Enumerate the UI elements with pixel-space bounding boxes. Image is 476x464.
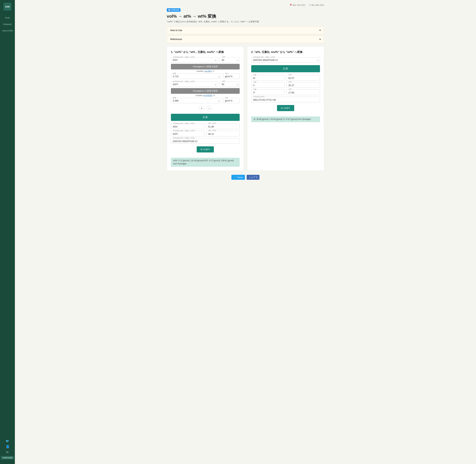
right-composition-clear[interactable]: × — [317, 59, 318, 62]
left-calc-button[interactable]: 計算 — [171, 114, 240, 121]
left-panel: 1. "vol%" から "at% , 元素比, mol%" へ変換 化学組成 … — [167, 46, 244, 171]
calendar-icon: 📅 — [290, 4, 292, 6]
sidebar-social: 🐦 📘 ✉ LANGUAGE — [1, 439, 14, 461]
entry1-composition-field: 化学組成 (at%, 元素比, mol%) × — [171, 57, 218, 62]
wt3-value: 17.66 — [288, 91, 318, 94]
element2-label: 元素 — [253, 81, 257, 83]
element3-label: 元素 — [253, 88, 257, 91]
category-badge: 📖 基礎知識 — [167, 8, 181, 12]
entry2-mpid-anchor[interactable]: mp-542915 — [203, 94, 213, 97]
accordion-header-references[interactable]: References ▾ — [167, 36, 324, 43]
result1-composition-label: 化学組成 (at%, 元素比, mol%) — [172, 122, 195, 125]
created-date: 📅 Mar 14th 2021 — [290, 4, 305, 6]
right-composition-label: 化学組成 (at%, 元素比, mol%) — [253, 56, 276, 58]
accordion-how-to-use[interactable]: How to Use ▾ — [167, 27, 324, 34]
sidebar-item-datasets[interactable]: Datasets — [0, 21, 15, 28]
entry1-unit-input[interactable] — [225, 75, 234, 78]
right-panel: 2. "at%, 元素比, mol%" から "wt%" へ変換 化学組成 (a… — [247, 46, 324, 171]
entry2-composition-clear[interactable]: × — [215, 83, 216, 86]
entry1-unit-label: 単位 — [225, 72, 229, 75]
entry2-unit-input[interactable] — [225, 99, 234, 102]
wt2-field: wt% 20.27 — [286, 82, 320, 88]
sidebar-nav: Tools Datasets About E4M — [0, 15, 15, 34]
copy-icon-2: ⧉ — [281, 107, 283, 109]
entry1-composition-clear[interactable]: × — [215, 59, 216, 62]
left-info-bar: Al3V: 3.72 [g/cm3], 131.89 [g/mol] Al3Ti… — [171, 158, 240, 167]
entry2-density-row: 密度 × 単位 — [171, 98, 240, 103]
two-column-layout: 1. "vol%" から "at% , 元素比, mol%" へ変換 化学組成 … — [167, 46, 324, 171]
entry2-density-clear[interactable]: × — [218, 100, 220, 103]
element1-value: Al — [253, 76, 283, 79]
result1-row: 化学組成 (at%, 元素比, mol%) Al3V at%, mol% 51.… — [171, 124, 240, 129]
element1-label: 元素 — [253, 74, 257, 76]
entry2-density-btn[interactable]: Pymatgenから密度を取得 — [171, 88, 240, 94]
copy-icon: ⧉ — [201, 148, 202, 151]
result1-at-value: 51.88 — [208, 125, 238, 128]
entry1-density-input[interactable] — [173, 75, 215, 78]
entry2-mpid-link: (mpidlist: mp-542915 ↗) — [171, 94, 240, 97]
right-info-bar: Al: 26.98 [g/mol] V: 50.94 [g/mol] Ti: 4… — [251, 116, 320, 122]
result2-at-label: at%, mol% — [208, 130, 217, 131]
language-button[interactable]: LANGUAGE — [1, 456, 14, 459]
facebook-icon[interactable]: 📘 — [6, 445, 9, 448]
facebook-share-button[interactable]: シェア 0 — [247, 175, 259, 180]
wt1-value: 62.07 — [288, 76, 318, 79]
right-composition-input[interactable] — [253, 59, 313, 61]
entry1-mpid-anchor[interactable]: mp-2554 — [204, 70, 211, 72]
logo[interactable]: E4M — [3, 3, 11, 10]
page-title: vol% → at% → wt% 変換 — [167, 13, 324, 19]
result2-at-value: 48.12 — [208, 132, 238, 135]
entry2-density-field: 密度 × — [171, 98, 221, 103]
result1-at-field: at%, mol% 51.88 — [206, 124, 240, 129]
entry2-vol-input[interactable] — [222, 83, 234, 86]
wt3-field: wt% 17.66 — [286, 89, 320, 95]
wt3-label: wt% — [288, 88, 292, 90]
entry2-vol-field: vol% × — [220, 82, 240, 87]
entry1-density-clear[interactable]: × — [218, 75, 220, 78]
element2-row: 元素 V wt% 20.27 — [251, 82, 320, 88]
result2-at-field: at%, mol% 48.12 — [206, 131, 240, 136]
chevron-down-icon-2: ▾ — [319, 38, 321, 40]
entry2-density-input[interactable] — [173, 99, 215, 102]
remove-entry-button[interactable]: − — [206, 106, 211, 111]
left-full-result-label: 化学組成 (at%, 元素比, mol%) — [172, 137, 195, 139]
accordion-header-how-to-use[interactable]: How to Use ▾ — [167, 27, 324, 34]
result1-at-label: at%, mol% — [208, 122, 217, 124]
chevron-down-icon: ▾ — [319, 29, 321, 32]
entry2-density-label: 密度 — [172, 97, 177, 99]
add-entry-button[interactable]: + — [199, 106, 204, 111]
sidebar-item-tools[interactable]: Tools — [0, 15, 15, 21]
entry1-unit-field: 単位 — [223, 74, 240, 79]
element3-row: 元素 Ti wt% 17.66 — [251, 89, 320, 95]
entry1-composition-label: 化学組成 (at%, 元素比, mol%) — [172, 56, 195, 58]
right-result-label: 化学組成 (wt%) — [253, 96, 265, 98]
entry1-form-row: 化学組成 (at%, 元素比, mol%) × vol% × — [171, 57, 240, 62]
right-calc-button[interactable]: 計算 — [251, 65, 320, 72]
sidebar-item-about[interactable]: About E4M — [0, 28, 15, 34]
element2-value: V — [253, 84, 283, 87]
left-panel-title: 1. "vol%" から "at% , 元素比, mol%" へ変換 — [171, 50, 240, 54]
entry1-vol-label: vol% — [221, 56, 226, 58]
wt2-value: 20.27 — [288, 84, 318, 87]
entry1-composition-input[interactable] — [173, 59, 212, 61]
entry1-vol-clear[interactable]: × — [237, 59, 238, 62]
tweet-button[interactable]: 🐦 Tweet — [231, 175, 245, 180]
main-content: 📅 Mar 14th 2021 🕐 Mar 16th 2021 📖 基礎知識 v… — [15, 0, 476, 464]
entry2-composition-input[interactable] — [173, 83, 212, 86]
accordion-references[interactable]: References ▾ — [167, 35, 324, 43]
right-copy-button[interactable]: ⧉ COPY — [277, 105, 294, 111]
twitter-share-icon: 🐦 — [234, 176, 236, 179]
mail-icon[interactable]: ✉ — [6, 450, 9, 454]
left-copy-button[interactable]: ⧉ COPY — [197, 146, 214, 153]
entry1-density-field: 密度 × — [171, 74, 221, 79]
wt2-label: wt% — [288, 81, 292, 83]
entry2-vol-clear[interactable]: × — [237, 83, 238, 86]
twitter-icon[interactable]: 🐦 — [6, 439, 9, 443]
result2-row: 化学組成 (at%, 元素比, mol%) Al3Ti at%, mol% 48… — [171, 131, 240, 136]
result2-composition-field: 化学組成 (at%, 元素比, mol%) Al3Ti — [171, 131, 204, 136]
entry2-composition-label: 化学組成 (at%, 元素比, mol%) — [172, 80, 195, 83]
entry1-density-btn[interactable]: Pymatgenから密度を取得 — [171, 64, 240, 69]
entry1-vol-input[interactable] — [222, 59, 234, 61]
sidebar: E4M Tools Datasets About E4M 🐦 📘 ✉ LANGU… — [0, 0, 15, 464]
entry1-density-row: 密度 × 単位 — [171, 74, 240, 79]
